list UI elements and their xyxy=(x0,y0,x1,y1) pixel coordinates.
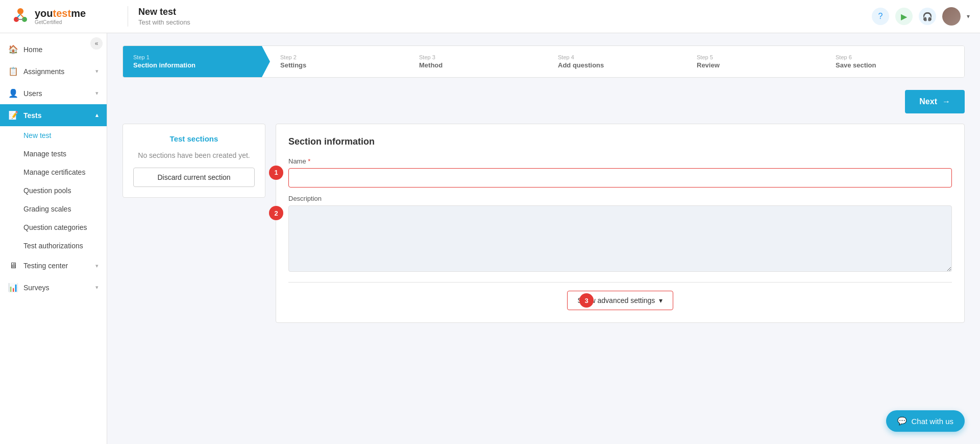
logo-me: me xyxy=(71,8,86,19)
left-panel: Test sections No sections have been crea… xyxy=(122,124,265,198)
sidebar-item-users[interactable]: 👤 Users ▾ xyxy=(0,82,107,104)
headset-button[interactable]: 🎧 xyxy=(919,8,936,25)
sidebar-item-testing-center[interactable]: 🖥 Testing center ▾ xyxy=(0,255,107,276)
sidebar-sub-item-new-test[interactable]: New test xyxy=(0,126,107,145)
logo-test: test xyxy=(53,8,71,19)
step-6-number: Step 6 xyxy=(836,54,876,60)
next-btn-row: Next → xyxy=(122,90,965,113)
step-3-label: Method xyxy=(419,61,443,69)
step-2[interactable]: Step 2 Settings xyxy=(270,46,409,77)
sidebar-label-surveys: Surveys xyxy=(23,284,90,292)
form-title: Section information xyxy=(288,136,952,147)
sidebar-label-tests: Tests xyxy=(23,111,90,120)
sidebar-label-users: Users xyxy=(23,89,90,98)
description-field-group: 2 Description xyxy=(288,195,952,274)
sidebar-label-assignments: Assignments xyxy=(23,67,90,76)
help-button[interactable]: ? xyxy=(872,8,889,25)
step-4[interactable]: Step 4 Add questions xyxy=(548,46,687,77)
testing-center-chevron-icon: ▾ xyxy=(95,263,99,269)
section-info-form: Section information 1 Name * xyxy=(276,124,965,323)
sidebar-item-surveys[interactable]: 📊 Surveys ▾ xyxy=(0,276,107,298)
step-1-label: Section information xyxy=(133,61,195,69)
header-title-area: New test Test with sections xyxy=(138,7,872,26)
step-1[interactable]: Step 1 Section information xyxy=(123,46,270,77)
step-4-number: Step 4 xyxy=(558,54,604,60)
empty-sections-message: No sections have been created yet. xyxy=(133,151,255,159)
badge-3: 3 xyxy=(579,293,594,308)
step-1-number: Step 1 xyxy=(133,54,195,60)
name-group: Name * xyxy=(288,157,952,188)
logo-main: youtestme xyxy=(35,8,86,19)
assignments-icon: 📋 xyxy=(8,66,18,76)
step-5[interactable]: Step 5 Review xyxy=(687,46,825,77)
step-5-content: Step 5 Review xyxy=(697,54,720,69)
step-5-number: Step 5 xyxy=(697,54,720,60)
badge-1: 1 xyxy=(269,166,283,180)
two-col-layout: Test sections No sections have been crea… xyxy=(122,124,965,323)
step-3-number: Step 3 xyxy=(419,54,443,60)
question-categories-label: Question categories xyxy=(23,223,87,231)
surveys-chevron-icon: ▾ xyxy=(95,284,99,291)
description-input[interactable] xyxy=(288,205,952,272)
svg-point-0 xyxy=(17,8,23,14)
sidebar: « 🏠 Home 📋 Assignments ▾ 👤 Users ▾ 📝 Tes… xyxy=(0,33,107,444)
page-subtitle: Test with sections xyxy=(138,18,872,26)
form-divider xyxy=(288,282,952,283)
step-6[interactable]: Step 6 Save section xyxy=(825,46,964,77)
header-actions: ? ▶ 🎧 ▾ xyxy=(872,7,970,26)
content-area: Step 1 Section information Step 2 Settin… xyxy=(107,33,980,444)
sidebar-collapse-button[interactable]: « xyxy=(90,37,103,50)
next-arrow-icon: → xyxy=(942,97,950,106)
step-3-content: Step 3 Method xyxy=(419,54,443,69)
description-label: Description xyxy=(288,195,952,202)
step-3[interactable]: Step 3 Method xyxy=(409,46,548,77)
step-1-content: Step 1 Section information xyxy=(133,54,195,69)
tests-chevron-icon: ▴ xyxy=(95,112,99,119)
test-authorizations-label: Test authorizations xyxy=(23,242,83,250)
chat-widget-button[interactable]: 💬 Chat with us xyxy=(886,410,965,432)
sidebar-sub-item-manage-certs[interactable]: Manage certificates xyxy=(0,163,107,181)
logo-icon xyxy=(10,6,31,27)
chevron-down-icon: ▾ xyxy=(659,296,663,305)
manage-tests-label: Manage tests xyxy=(23,150,66,158)
main-layout: « 🏠 Home 📋 Assignments ▾ 👤 Users ▾ 📝 Tes… xyxy=(0,33,980,444)
testing-center-icon: 🖥 xyxy=(8,261,18,270)
name-input[interactable] xyxy=(288,168,952,188)
new-test-label: New test xyxy=(23,131,51,139)
step-6-content: Step 6 Save section xyxy=(836,54,876,69)
tests-icon: 📝 xyxy=(8,110,18,120)
next-button[interactable]: Next → xyxy=(905,90,965,113)
users-chevron-icon: ▾ xyxy=(95,90,99,97)
question-pools-label: Question pools xyxy=(23,186,71,195)
avatar-image xyxy=(942,7,961,26)
sidebar-label-testing-center: Testing center xyxy=(23,262,90,270)
grading-scales-label: Grading scales xyxy=(23,205,71,213)
play-button[interactable]: ▶ xyxy=(895,8,913,25)
sidebar-item-tests[interactable]: 📝 Tests ▴ xyxy=(0,104,107,126)
logo-you: you xyxy=(35,8,53,19)
sidebar-sub-item-question-pools[interactable]: Question pools xyxy=(0,181,107,200)
svg-line-3 xyxy=(17,14,20,17)
manage-certificates-label: Manage certificates xyxy=(23,168,85,176)
stepper: Step 1 Section information Step 2 Settin… xyxy=(122,45,965,78)
next-label: Next xyxy=(919,97,937,106)
avatar-chevron-icon[interactable]: ▾ xyxy=(967,13,970,20)
advanced-settings-row: 3 Show advanced settings ▾ xyxy=(288,291,952,310)
step-4-label: Add questions xyxy=(558,61,604,69)
sidebar-sub-item-question-categories[interactable]: Question categories xyxy=(0,218,107,237)
name-field-group: 1 Name * xyxy=(288,157,952,188)
sidebar-item-assignments[interactable]: 📋 Assignments ▾ xyxy=(0,60,107,82)
step-2-number: Step 2 xyxy=(280,54,306,60)
sidebar-sub-item-manage-tests[interactable]: Manage tests xyxy=(0,145,107,163)
step-2-label: Settings xyxy=(280,61,306,69)
sidebar-sub-item-grading-scales[interactable]: Grading scales xyxy=(0,200,107,218)
logo-area: youtestme GetCertified xyxy=(10,6,117,27)
users-icon: 👤 xyxy=(8,88,18,98)
step-6-label: Save section xyxy=(836,61,876,69)
surveys-icon: 📊 xyxy=(8,283,18,292)
step-5-label: Review xyxy=(697,61,720,69)
svg-line-4 xyxy=(20,14,23,17)
sidebar-sub-item-test-authorizations[interactable]: Test authorizations xyxy=(0,237,107,255)
avatar-button[interactable] xyxy=(942,7,961,26)
discard-section-button[interactable]: Discard current section xyxy=(133,168,255,187)
